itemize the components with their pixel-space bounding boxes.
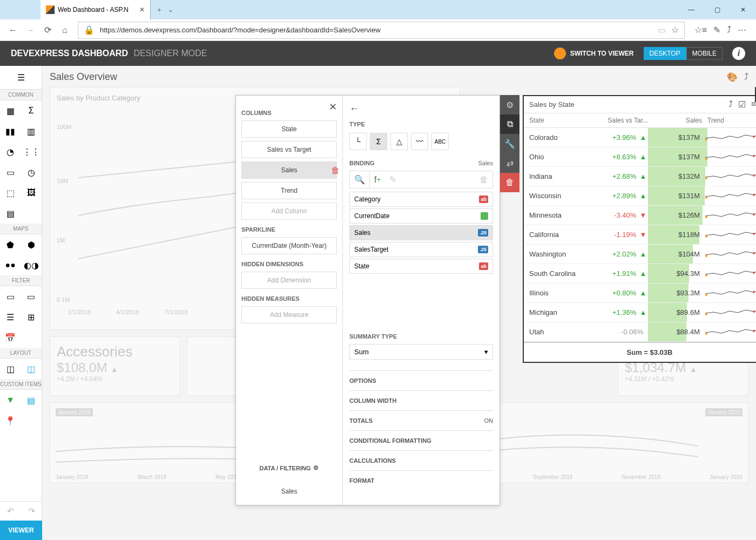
palette-icon[interactable]: 🎨	[727, 72, 738, 82]
multiselect-icon[interactable]: ☑	[738, 99, 746, 110]
bar-chart-icon[interactable]: ▮▮	[0, 121, 21, 141]
geo-point-map-icon[interactable]: ⬢	[21, 234, 42, 255]
list-filter-icon[interactable]: ☰	[0, 307, 21, 327]
field-state[interactable]: Stateab	[349, 259, 493, 274]
table-row[interactable]: Indiana +2.68%▲ $132M	[524, 167, 756, 186]
sparkline-item[interactable]: CurrentDate (Month-Year)	[241, 237, 337, 254]
add-dimension-button[interactable]: Add Dimension	[241, 272, 337, 289]
combobox-filter-icon[interactable]: ▭	[21, 286, 42, 307]
type-sparkline-icon[interactable]: 〰	[411, 133, 428, 150]
group-icon[interactable]: ◫	[0, 359, 21, 379]
close-popup-icon[interactable]: ✕	[329, 101, 337, 113]
reading-mode-icon[interactable]: ▭	[658, 25, 666, 35]
search-icon[interactable]: 🔍	[350, 171, 369, 188]
delete-widget-icon[interactable]: 🗑	[500, 173, 519, 192]
more-icon[interactable]: ⋯	[738, 25, 746, 35]
accordion-column-width[interactable]: COLUMN WIDTH	[349, 390, 493, 410]
card-widget-icon[interactable]: ▭	[0, 162, 21, 183]
undo-icon[interactable]: ↶	[7, 506, 14, 516]
mobile-mode-button[interactable]: MOBILE	[686, 47, 723, 60]
delete-field-icon[interactable]: 🗑	[475, 171, 492, 188]
accordion-totals[interactable]: TOTALSON	[349, 410, 493, 430]
table-row[interactable]: Illinois +0.80%▲ $93.3M	[524, 284, 756, 303]
convert-tool-icon[interactable]: ⇄	[500, 153, 519, 173]
table-row[interactable]: Michigan +1.36%▲ $89.6M	[524, 303, 756, 322]
minimize-icon[interactable]: —	[678, 0, 704, 19]
table-row[interactable]: Colorado +3.96%▲ $137M	[524, 128, 756, 147]
binding-tool-icon[interactable]: ⧉	[500, 114, 519, 134]
notes-icon[interactable]: ✎	[713, 25, 720, 35]
share-icon[interactable]: ⤴	[727, 25, 731, 35]
table-row[interactable]: Utah -0.06% $88.4M	[524, 322, 756, 342]
settings-tool-icon[interactable]: ⚙	[500, 95, 519, 114]
date-filter-icon[interactable]: 📅	[0, 327, 21, 348]
table-row[interactable]: South Carolina +1.91%▲ $94.3M	[524, 264, 756, 284]
accordion-calculations[interactable]: CALCULATIONS	[349, 450, 493, 470]
bubble-map-icon[interactable]: ●●	[0, 255, 21, 275]
viewer-button[interactable]: VIEWER	[0, 521, 42, 540]
sales-by-state-widget[interactable]: ✥ Sales by State ⤴ ☑ ≡ ⛶ State Sales vs …	[523, 95, 756, 363]
add-calc-field-icon[interactable]: f+	[369, 171, 385, 188]
pivot-widget-icon[interactable]: Σ	[21, 100, 42, 121]
url-input[interactable]: 🔒 https://demos.devexpress.com/Dashboard…	[78, 22, 685, 39]
add-column-button[interactable]: Add Column	[241, 202, 337, 220]
type-dimension-icon[interactable]: └	[349, 133, 367, 150]
add-measure-button[interactable]: Add Measure	[241, 306, 337, 323]
maximize-icon[interactable]: ▢	[704, 0, 730, 19]
kpi-accessories[interactable]: Accessories $108.0M ▲ +4.2M / +4.04%	[50, 336, 180, 396]
table-row[interactable]: California -1.19%▼ $118M	[524, 225, 756, 245]
table-row[interactable]: Wisconsin +2.89%▲ $131M	[524, 186, 756, 206]
image-widget-icon[interactable]: 🖼	[21, 183, 42, 203]
field-salestarget[interactable]: SalesTarget.25	[349, 242, 493, 257]
close-window-icon[interactable]: ✕	[730, 0, 756, 19]
stacked-chart-icon[interactable]: ▥	[21, 121, 42, 141]
choropleth-map-icon[interactable]: ⬟	[0, 234, 21, 255]
accordion-conditional-formatting[interactable]: CONDITIONAL FORMATTING	[349, 430, 493, 450]
data-filtering-button[interactable]: DATA / FILTERING ⚙	[236, 464, 342, 471]
export-widget-icon[interactable]: ⤴	[728, 99, 733, 110]
accordion-options[interactable]: OPTIONS	[349, 370, 493, 390]
close-tab-icon[interactable]: ✕	[139, 6, 145, 14]
table-row[interactable]: Ohio +8.63%▲ $137M	[524, 147, 756, 167]
tree-filter-icon[interactable]: ⊞	[21, 307, 42, 327]
type-text-icon[interactable]: ABC	[431, 133, 449, 150]
redo-icon[interactable]: ↷	[28, 506, 35, 516]
tab-chevron-icon[interactable]: ⌄	[168, 6, 173, 14]
delete-column-icon[interactable]: 🗑	[331, 166, 340, 176]
accordion-format[interactable]: FORMAT	[349, 470, 493, 490]
scatter-chart-icon[interactable]: ⋮⋮	[21, 141, 42, 162]
column-trend[interactable]: Trend	[241, 182, 337, 199]
hamburger-icon[interactable]: ☰	[0, 66, 42, 90]
pie-chart-icon[interactable]: ◔	[0, 141, 21, 162]
tab-container-icon[interactable]: ◫	[21, 359, 42, 379]
table-row[interactable]: Minnesota -3.40%▼ $126M	[524, 206, 756, 225]
range-filter-icon[interactable]: ▭	[0, 286, 21, 307]
back-icon[interactable]: ←	[4, 22, 22, 39]
switch-to-viewer-button[interactable]: SWITCH TO VIEWER	[554, 48, 634, 59]
new-tab-icon[interactable]: ＋	[156, 5, 163, 15]
desktop-mode-button[interactable]: DESKTOP	[644, 47, 686, 60]
bookmark-star-icon[interactable]: ☆	[671, 25, 679, 35]
text-widget-icon[interactable]: ⬚	[0, 183, 21, 203]
export-icon[interactable]: ⤴	[744, 72, 748, 82]
grid-widget-icon[interactable]: ▦	[0, 100, 21, 121]
custom-item-icon[interactable]: ▤	[21, 390, 42, 410]
placeholder-icon[interactable]	[21, 203, 42, 224]
field-category[interactable]: Categoryab	[349, 192, 493, 207]
type-measure-icon[interactable]: Σ	[370, 133, 387, 150]
treemap-icon[interactable]: ▤	[0, 203, 21, 224]
field-currentdate[interactable]: CurrentDate	[349, 208, 493, 224]
back-icon[interactable]: ←	[349, 103, 359, 114]
table-row[interactable]: Washington +2.02%▲ $104M	[524, 245, 756, 264]
column-sales[interactable]: Sales	[241, 161, 337, 179]
summary-type-select[interactable]: Sum▾	[349, 344, 493, 360]
edit-icon[interactable]: ✎	[385, 171, 401, 188]
interactivity-tool-icon[interactable]: 🔧	[500, 134, 519, 153]
browser-tab[interactable]: Web Dashboard - ASP.N ✕	[40, 0, 151, 19]
home-icon[interactable]: ⌂	[56, 22, 73, 39]
marker-icon[interactable]: 📍	[0, 410, 21, 431]
pie-map-icon[interactable]: ◐◑	[21, 255, 42, 275]
column-state[interactable]: State	[241, 120, 337, 138]
favorites-icon[interactable]: ☆≡	[694, 25, 707, 35]
field-sales[interactable]: Sales.25	[349, 225, 493, 240]
